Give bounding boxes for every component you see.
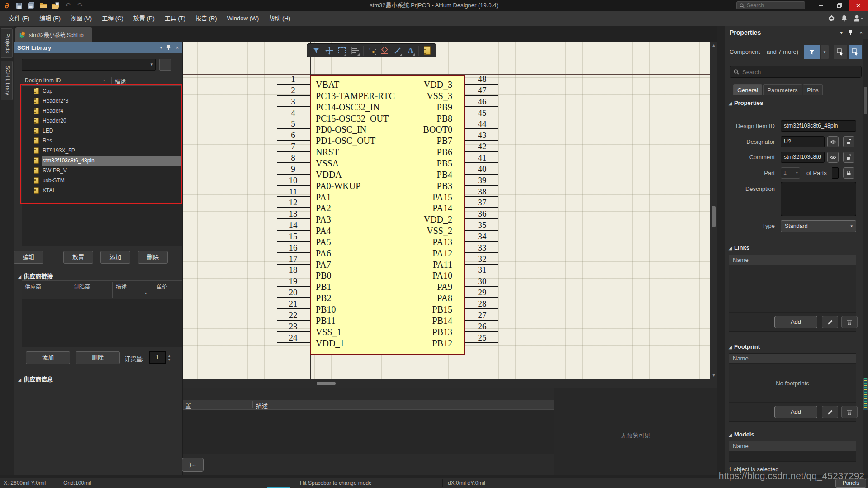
redo-icon[interactable]: ↷ bbox=[76, 1, 84, 9]
pin-name[interactable]: PB11 bbox=[316, 315, 336, 327]
column-manufacturer[interactable]: 制造商 bbox=[74, 283, 90, 290]
pin-number[interactable]: 24 bbox=[277, 333, 309, 343]
panel-close-icon[interactable]: × bbox=[860, 30, 863, 35]
dock-table-body[interactable] bbox=[183, 410, 554, 454]
pin-name[interactable]: VBAT bbox=[316, 79, 339, 90]
menu-item[interactable]: 报告 (R) bbox=[190, 11, 222, 26]
pin-number[interactable]: 7 bbox=[277, 142, 309, 152]
align-icon[interactable] bbox=[350, 45, 360, 56]
component-list-item[interactable]: Res bbox=[22, 136, 182, 146]
tab-parameters[interactable]: Parameters bbox=[763, 84, 802, 95]
component-action-button[interactable]: 添加 bbox=[100, 251, 130, 264]
place-part-icon[interactable] bbox=[422, 45, 432, 56]
pin-number[interactable]: 29 bbox=[466, 288, 498, 298]
menu-item[interactable]: 工具 (T) bbox=[160, 11, 190, 26]
component-action-button[interactable]: 删除 bbox=[138, 251, 168, 264]
designator-visibility-button[interactable] bbox=[827, 136, 839, 147]
supplier-info-section-header[interactable]: ◢供应商信息 bbox=[18, 374, 53, 383]
menu-item[interactable]: 文件 (F) bbox=[4, 11, 34, 26]
pin-number[interactable]: 19 bbox=[277, 276, 309, 286]
save-all-icon[interactable] bbox=[27, 1, 35, 9]
pin-name[interactable]: VDD_2 bbox=[424, 213, 452, 225]
component-list-item[interactable]: stm32f103c8t6_48pin bbox=[22, 156, 182, 166]
type-dropdown[interactable]: Standard▾ bbox=[781, 220, 856, 232]
user-account-icon[interactable] bbox=[854, 15, 863, 22]
move-icon[interactable] bbox=[324, 45, 334, 56]
pin-name[interactable]: PC14-OSC32_IN bbox=[316, 101, 379, 113]
section-models[interactable]: ◢Models bbox=[729, 431, 754, 438]
pin-number[interactable]: 44 bbox=[466, 119, 498, 129]
component-list-item[interactable]: RT9193X_5P bbox=[22, 146, 182, 156]
pin-name[interactable]: PA4 bbox=[316, 225, 331, 237]
pin-number[interactable]: 35 bbox=[466, 220, 498, 230]
panel-dropdown-icon[interactable]: ▾ bbox=[160, 45, 162, 51]
pin-number[interactable]: 39 bbox=[466, 175, 498, 185]
links-add-button[interactable]: Add bbox=[774, 316, 817, 328]
pin-number[interactable]: 26 bbox=[466, 322, 498, 332]
component-list-item[interactable]: Header20 bbox=[22, 116, 182, 126]
notifications-bell-icon[interactable] bbox=[841, 15, 847, 22]
pin-name[interactable]: PB1 bbox=[316, 281, 331, 293]
pin-name[interactable]: PB9 bbox=[437, 101, 452, 113]
canvas-horizontal-scrollbar[interactable] bbox=[183, 379, 710, 388]
pin-name[interactable]: PA12 bbox=[432, 247, 452, 259]
comment-visibility-button[interactable] bbox=[827, 152, 839, 163]
panel-pin-icon[interactable] bbox=[849, 30, 853, 35]
links-edit-button[interactable] bbox=[822, 316, 838, 328]
pin-number[interactable]: 23 bbox=[277, 322, 309, 332]
filter-button[interactable] bbox=[804, 45, 820, 59]
pin-number[interactable]: 6 bbox=[277, 130, 309, 140]
pin-name[interactable]: PA3 bbox=[316, 213, 331, 225]
component-list-item[interactable]: Header4 bbox=[22, 106, 182, 116]
place-ieee-symbol-icon[interactable] bbox=[379, 45, 389, 56]
pin-name[interactable]: PA6 bbox=[316, 247, 331, 259]
pin-number[interactable]: 11 bbox=[277, 187, 309, 197]
description-field[interactable] bbox=[781, 182, 856, 216]
column-design-item-id[interactable]: Design Item ID bbox=[25, 77, 61, 84]
pin-number[interactable]: 25 bbox=[466, 333, 498, 343]
pin-number[interactable]: 27 bbox=[466, 310, 498, 320]
pin-name[interactable]: VDD_3 bbox=[424, 79, 452, 90]
comment-lock-button[interactable] bbox=[843, 152, 854, 163]
menu-item[interactable]: 帮助 (H) bbox=[264, 11, 295, 26]
panel-close-icon[interactable]: × bbox=[176, 45, 179, 50]
pin-number[interactable]: 33 bbox=[466, 243, 498, 253]
pin-name[interactable]: PA14 bbox=[432, 202, 452, 214]
dock-column-1[interactable]: 置 bbox=[185, 401, 191, 410]
pin-name[interactable]: PA0-WKUP bbox=[316, 180, 360, 192]
pin-name[interactable]: PC13-TAMPER-RTC bbox=[316, 90, 395, 102]
pin-name[interactable]: PB2 bbox=[316, 292, 331, 304]
scroll-down-icon[interactable]: ▼ bbox=[710, 373, 717, 378]
supplier-delete-button[interactable]: 删除 bbox=[76, 351, 120, 364]
footprint-list[interactable]: No footprints bbox=[729, 364, 856, 402]
pin-name[interactable]: PB7 bbox=[437, 135, 452, 147]
column-unit-price[interactable]: 单价 bbox=[157, 283, 167, 290]
pin-name[interactable]: PB5 bbox=[437, 157, 452, 169]
pin-number[interactable]: 45 bbox=[466, 108, 498, 118]
select-inside-button[interactable] bbox=[849, 45, 862, 59]
pin-number[interactable]: 48 bbox=[466, 74, 498, 84]
tab-general[interactable]: General bbox=[733, 84, 762, 95]
pin-number[interactable]: 30 bbox=[466, 276, 498, 286]
sidebar-tab-sch-library[interactable]: SCH Library bbox=[1, 61, 13, 100]
pin-number[interactable]: 43 bbox=[466, 130, 498, 140]
save-icon[interactable] bbox=[15, 1, 23, 9]
pin-number[interactable]: 13 bbox=[277, 209, 309, 219]
close-button[interactable]: ✕ bbox=[849, 0, 868, 11]
pin-name[interactable]: VDD_1 bbox=[316, 337, 344, 349]
more-options-button[interactable]: ... bbox=[159, 59, 171, 71]
pin-name[interactable]: PA2 bbox=[316, 202, 331, 214]
pin-name[interactable]: PA5 bbox=[316, 236, 331, 248]
filter-dropdown-icon[interactable]: ▾ bbox=[821, 45, 829, 59]
pin-number[interactable]: 15 bbox=[277, 232, 309, 242]
pin-name[interactable]: BOOT0 bbox=[423, 123, 452, 135]
component-list-item[interactable]: usb-STM bbox=[22, 175, 182, 185]
component-action-button[interactable]: 放置 bbox=[63, 251, 93, 264]
pin-number[interactable]: 17 bbox=[277, 254, 309, 264]
column-description[interactable]: 描述 bbox=[115, 77, 126, 85]
pin-name[interactable]: PB14 bbox=[432, 315, 452, 327]
pin-name[interactable]: PB13 bbox=[432, 326, 452, 338]
column-supplier[interactable]: 供应商 bbox=[25, 283, 41, 290]
pin-name[interactable]: VSS_1 bbox=[316, 326, 342, 338]
panel-pin-icon[interactable] bbox=[166, 45, 171, 50]
